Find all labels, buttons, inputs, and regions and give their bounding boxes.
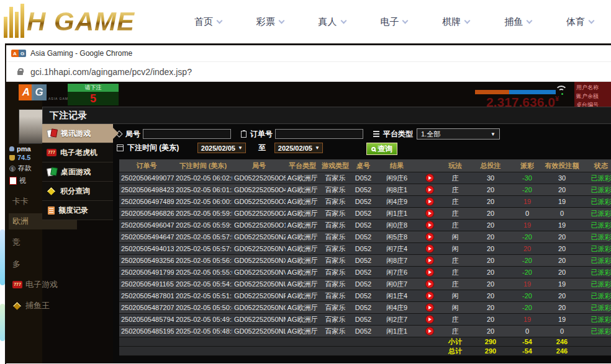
- table-cell: AG欧洲厅: [286, 231, 319, 242]
- nav-item-live[interactable]: 真人: [319, 16, 346, 28]
- chrome-window: AG Asia Gaming - Google Chrome gci.1hhap…: [5, 43, 611, 364]
- table-cell: 2025-02-05 06:00:34: [174, 196, 232, 207]
- table-cell: 已派彩: [581, 302, 611, 313]
- table-cell: [419, 243, 441, 254]
- menu-item-points-query[interactable]: 积分查询: [42, 182, 113, 201]
- play-video-button[interactable]: [426, 304, 433, 311]
- table-cell: [232, 337, 286, 346]
- column-header: [419, 159, 441, 172]
- date-to-picker[interactable]: 2025/02/05▼: [274, 143, 323, 153]
- dropdown-caret-icon: ▼: [491, 131, 496, 137]
- play-video-button[interactable]: [426, 186, 433, 193]
- table-cell: 250205054857940: [119, 314, 174, 325]
- nav-item-fishing[interactable]: 捕鱼: [504, 16, 532, 28]
- table-cell: 250205054932564: [119, 255, 174, 266]
- table-cell: 20: [543, 290, 581, 301]
- play-video-button[interactable]: [426, 316, 433, 323]
- table-cell: D052: [351, 243, 375, 254]
- table-cell: 百家乐: [319, 231, 351, 242]
- site-logo[interactable]: H GAME: [4, 4, 135, 38]
- play-video-button[interactable]: [426, 210, 433, 217]
- menu-item-table-games[interactable]: 桌面游戏: [42, 162, 113, 182]
- table-cell: [419, 347, 441, 355]
- table-cell: [351, 337, 375, 346]
- play-video-button[interactable]: [426, 257, 433, 264]
- table-cell: D052: [351, 220, 375, 231]
- table-cell: 20: [469, 208, 512, 219]
- diamond-icon: [47, 187, 55, 195]
- ag-favicon: AG: [11, 50, 26, 57]
- table-cell: D052: [351, 184, 375, 195]
- search-button[interactable]: 查询: [366, 143, 397, 155]
- bet-records-table: 订单号下注时间 (美东)局号平台类型游戏类型桌号结果玩法总投注派彩有效投注额状态…: [119, 159, 611, 356]
- table-cell: AG欧洲厅: [286, 267, 319, 278]
- table-cell: [232, 347, 286, 355]
- table-cell: 百家乐: [319, 172, 351, 184]
- modal-panel: 局号 订单号 平台类型 1.全部 ▼ 下注时间 (美东) 2025/02/05▼: [113, 124, 611, 363]
- table-cell: [419, 196, 441, 207]
- platform-select[interactable]: 1.全部 ▼: [417, 128, 500, 140]
- menu-item-slots[interactable]: 电子老虎机: [42, 143, 113, 162]
- table-cell: 290: [469, 347, 512, 355]
- menu-item-video-games[interactable]: 视讯游戏: [42, 124, 113, 143]
- nav-item-board[interactable]: 棋牌: [442, 16, 469, 28]
- bet-prompt: 请下注: [68, 84, 119, 92]
- slot-icon: [12, 281, 22, 288]
- nav-item-sports[interactable]: 体育: [566, 16, 594, 28]
- table-cell: 庄: [441, 220, 469, 231]
- chevron-down-icon: [402, 17, 409, 24]
- play-video-button[interactable]: [426, 280, 433, 288]
- table-cell: 闲9庄6: [375, 172, 419, 184]
- table-cell: AG欧洲厅: [286, 314, 319, 325]
- table-cell: 250205054968266: [119, 208, 174, 219]
- table-cell: -20: [512, 290, 543, 301]
- play-video-button[interactable]: [426, 221, 433, 229]
- slot-machine-icon: [47, 149, 57, 156]
- deposit-button[interactable]: $ 存款: [9, 164, 32, 173]
- table-cell: 已派彩: [581, 184, 611, 195]
- round-input[interactable]: [143, 129, 231, 139]
- column-header: 下注时间 (美东): [174, 159, 232, 172]
- chrome-titlebar[interactable]: AG Asia Gaming - Google Chrome: [6, 45, 611, 62]
- play-video-button[interactable]: [426, 327, 433, 335]
- table-cell: 250205054960473: [119, 220, 174, 231]
- play-video-button[interactable]: [426, 269, 433, 276]
- nav-item-lottery[interactable]: 彩票: [256, 16, 284, 28]
- table-cell: [419, 208, 441, 219]
- table-cell: D052: [351, 196, 375, 207]
- lock-icon: [17, 71, 23, 75]
- table-cell: 20: [543, 243, 581, 254]
- table-cell: GD052252050NV: [232, 267, 286, 278]
- table-cell: 百家乐: [319, 326, 351, 337]
- document-icon: [48, 206, 55, 215]
- table-cell: 20: [469, 231, 512, 242]
- play-video-button[interactable]: [426, 245, 433, 252]
- table-cell: 百家乐: [319, 243, 351, 254]
- grand-total-row: 总计290-54246: [119, 347, 611, 356]
- table-cell: GD052252050NZ: [232, 231, 286, 242]
- table-cell: 百家乐: [319, 267, 351, 278]
- table-row: 2502050549464772025-02-05 05:57:52GD0522…: [119, 231, 611, 243]
- table-cell: 20: [543, 255, 581, 266]
- play-video-button[interactable]: [426, 174, 433, 182]
- table-cell: 30: [543, 172, 581, 184]
- table-cell: 250205054878017: [119, 290, 174, 301]
- table-cell: 20: [469, 220, 512, 231]
- order-input[interactable]: [275, 129, 363, 139]
- table-cell: D052: [351, 290, 375, 301]
- play-video-button[interactable]: [426, 292, 433, 300]
- table-cell: -20: [512, 184, 543, 195]
- menu-item-quota-records[interactable]: 额度记录: [42, 201, 113, 220]
- play-video-button[interactable]: [426, 233, 433, 241]
- nav-item-home[interactable]: 首页: [194, 16, 222, 28]
- table-cell: 290: [469, 337, 512, 346]
- table-cell: 小计: [441, 337, 469, 346]
- bet-progress-bar: [475, 90, 556, 94]
- nav-item-slots[interactable]: 电子: [380, 16, 407, 28]
- table-cell: 19: [512, 278, 543, 290]
- column-header: 游戏类型: [319, 159, 351, 172]
- date-from-picker[interactable]: 2025/02/05▼: [197, 143, 246, 153]
- chrome-urlbar[interactable]: gci.1hhapi.com/agingame/pcv2/index.jsp?: [6, 62, 611, 82]
- play-video-button[interactable]: [426, 198, 433, 205]
- table-row: 2502050548519522025-02-05 05:48:53GD0522…: [119, 326, 611, 337]
